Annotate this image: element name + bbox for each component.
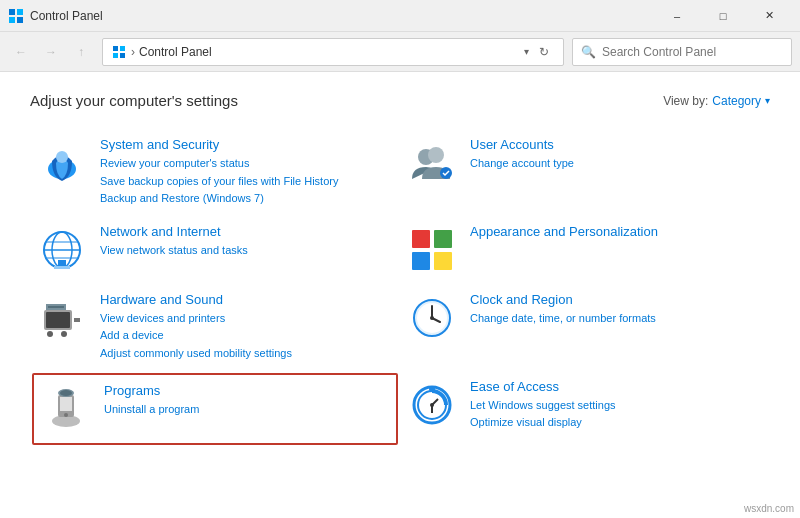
ease-content: Ease of Access Let Windows suggest setti…	[470, 379, 764, 432]
svg-rect-23	[434, 252, 452, 270]
window-title: Control Panel	[30, 9, 654, 23]
hardware-title[interactable]: Hardware and Sound	[100, 292, 394, 307]
address-bar-icon	[111, 44, 127, 60]
app-icon	[8, 8, 24, 24]
network-icon	[36, 224, 88, 276]
clock-link-1[interactable]: Change date, time, or number formats	[470, 310, 764, 328]
address-text: Control Panel	[139, 45, 520, 59]
svg-rect-19	[54, 266, 70, 269]
category-network[interactable]: Network and Internet View network status…	[30, 216, 400, 284]
hardware-link-1[interactable]: View devices and printers	[100, 310, 394, 328]
svg-rect-22	[412, 252, 430, 270]
ease-link-1[interactable]: Let Windows suggest settings	[470, 397, 764, 415]
appearance-content: Appearance and Personalization	[470, 224, 764, 242]
search-input[interactable]	[602, 45, 783, 59]
svg-rect-7	[120, 53, 125, 58]
svg-point-9	[56, 151, 68, 163]
svg-rect-2	[9, 17, 15, 23]
programs-link-1[interactable]: Uninstall a program	[104, 401, 390, 419]
category-clock[interactable]: Clock and Region Change date, time, or n…	[400, 284, 770, 371]
categories-grid: System and Security Review your computer…	[30, 129, 770, 447]
category-ease[interactable]: Ease of Access Let Windows suggest setti…	[400, 371, 770, 447]
svg-rect-6	[113, 53, 118, 58]
system-link-2[interactable]: Save backup copies of your files with Fi…	[100, 173, 394, 191]
svg-rect-20	[412, 230, 430, 248]
maximize-button[interactable]: □	[700, 0, 746, 32]
up-button[interactable]: ↑	[68, 39, 94, 65]
svg-point-28	[61, 331, 67, 337]
svg-rect-5	[120, 46, 125, 51]
search-icon: 🔍	[581, 45, 596, 59]
svg-rect-38	[60, 397, 72, 411]
page-title: Adjust your computer's settings	[30, 92, 238, 109]
category-hardware[interactable]: Hardware and Sound View devices and prin…	[30, 284, 400, 371]
svg-rect-21	[434, 230, 452, 248]
hardware-link-2[interactable]: Add a device	[100, 327, 394, 345]
svg-rect-26	[74, 318, 80, 322]
network-content: Network and Internet View network status…	[100, 224, 394, 260]
system-security-content: System and Security Review your computer…	[100, 137, 394, 208]
svg-rect-4	[113, 46, 118, 51]
programs-icon	[40, 383, 92, 435]
title-bar: Control Panel – □ ✕	[0, 0, 800, 32]
address-bar[interactable]: › Control Panel ▾ ↻	[102, 38, 564, 66]
address-dropdown-icon[interactable]: ▾	[524, 46, 529, 57]
system-security-icon	[36, 137, 88, 189]
search-bar[interactable]: 🔍	[572, 38, 792, 66]
appearance-title[interactable]: Appearance and Personalization	[470, 224, 764, 239]
svg-rect-25	[46, 312, 70, 328]
hardware-icon	[36, 292, 88, 344]
svg-point-47	[430, 403, 434, 407]
svg-rect-1	[17, 9, 23, 15]
user-accounts-icon	[406, 137, 458, 189]
user-accounts-content: User Accounts Change account type	[470, 137, 764, 173]
forward-button[interactable]: →	[38, 39, 64, 65]
view-by-control[interactable]: View by: Category ▾	[663, 94, 770, 108]
back-button[interactable]: ←	[8, 39, 34, 65]
network-title[interactable]: Network and Internet	[100, 224, 394, 239]
category-appearance[interactable]: Appearance and Personalization	[400, 216, 770, 284]
minimize-button[interactable]: –	[654, 0, 700, 32]
appearance-icon	[406, 224, 458, 276]
clock-title[interactable]: Clock and Region	[470, 292, 764, 307]
svg-rect-3	[17, 17, 23, 23]
svg-rect-0	[9, 9, 15, 15]
ease-icon	[406, 379, 458, 431]
ease-title[interactable]: Ease of Access	[470, 379, 764, 394]
clock-icon	[406, 292, 458, 344]
watermark: wsxdn.com	[744, 503, 794, 514]
category-user-accounts[interactable]: User Accounts Change account type	[400, 129, 770, 216]
category-programs[interactable]: Programs Uninstall a program	[32, 373, 398, 445]
network-link-1[interactable]: View network status and tasks	[100, 242, 394, 260]
programs-content: Programs Uninstall a program	[104, 383, 390, 419]
hardware-content: Hardware and Sound View devices and prin…	[100, 292, 394, 363]
refresh-button[interactable]: ↻	[533, 41, 555, 63]
ease-link-2[interactable]: Optimize visual display	[470, 414, 764, 432]
svg-point-35	[430, 316, 434, 320]
svg-point-11	[428, 147, 444, 163]
clock-content: Clock and Region Change date, time, or n…	[470, 292, 764, 328]
category-system-security[interactable]: System and Security Review your computer…	[30, 129, 400, 216]
user-link-1[interactable]: Change account type	[470, 155, 764, 173]
system-security-title[interactable]: System and Security	[100, 137, 394, 152]
window-controls: – □ ✕	[654, 0, 792, 32]
svg-point-27	[47, 331, 53, 337]
close-button[interactable]: ✕	[746, 0, 792, 32]
system-link-3[interactable]: Backup and Restore (Windows 7)	[100, 190, 394, 208]
programs-title[interactable]: Programs	[104, 383, 390, 398]
header-row: Adjust your computer's settings View by:…	[30, 92, 770, 109]
svg-point-44	[429, 386, 435, 392]
view-by-value[interactable]: Category	[712, 94, 761, 108]
hardware-link-3[interactable]: Adjust commonly used mobility settings	[100, 345, 394, 363]
svg-point-41	[60, 390, 72, 396]
system-link-1[interactable]: Review your computer's status	[100, 155, 394, 173]
main-content: Adjust your computer's settings View by:…	[0, 72, 800, 518]
view-by-label: View by:	[663, 94, 708, 108]
user-accounts-title[interactable]: User Accounts	[470, 137, 764, 152]
nav-bar: ← → ↑ › Control Panel ▾ ↻ 🔍	[0, 32, 800, 72]
view-by-dropdown-icon[interactable]: ▾	[765, 95, 770, 106]
svg-point-39	[64, 413, 68, 417]
svg-rect-30	[48, 306, 64, 308]
